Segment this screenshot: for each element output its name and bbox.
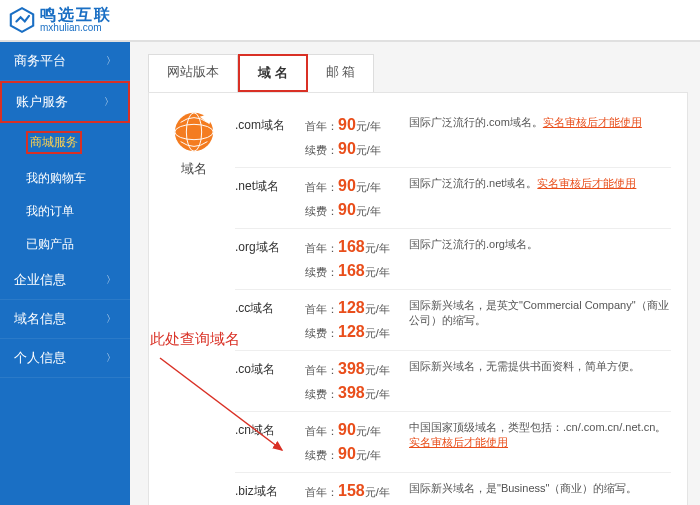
domain-price: 首年：90元/年续费：90元/年 — [305, 418, 401, 466]
sidebar-item[interactable]: 账户服务〉 — [0, 81, 130, 123]
domain-globe-icon: 域名 — [165, 109, 223, 178]
domain-ext: .co域名 — [235, 357, 297, 378]
domain-price: 首年：90元/年续费：90元/年 — [305, 113, 401, 161]
domain-desc: 国际广泛流行的.net域名。实名审核后才能使用 — [409, 174, 671, 191]
domain-row: .biz域名首年：158元/年续费：158元/年国际新兴域名，是"Busines… — [235, 473, 671, 505]
tab[interactable]: 邮 箱 — [308, 54, 375, 92]
domain-ext: .cc域名 — [235, 296, 297, 317]
logo-icon — [8, 6, 36, 34]
main-content: 网站版本域 名邮 箱 域名 .com域名首年：90元/年续费：90元/年国际广泛… — [130, 42, 700, 505]
domain-desc: 国际新兴域名，无需提供书面资料，简单方便。 — [409, 357, 671, 374]
tabs: 网站版本域 名邮 箱 — [148, 54, 688, 92]
sidebar-item[interactable]: 企业信息〉 — [0, 261, 130, 300]
sidebar-subitem[interactable]: 已购产品 — [0, 228, 130, 261]
domain-desc: 国际新兴域名，是英文"Commercial Company"（商业公司）的缩写。 — [409, 296, 671, 329]
domain-ext: .biz域名 — [235, 479, 297, 500]
chevron-right-icon: 〉 — [106, 351, 116, 365]
sidebar-item[interactable]: 商务平台〉 — [0, 42, 130, 81]
domain-ext: .org域名 — [235, 235, 297, 256]
domain-ext: .net域名 — [235, 174, 297, 195]
verify-link[interactable]: 实名审核后才能使用 — [543, 116, 642, 128]
chevron-right-icon: 〉 — [106, 273, 116, 287]
domain-row: .com域名首年：90元/年续费：90元/年国际广泛流行的.com域名。实名审核… — [235, 107, 671, 168]
domain-ext: .cn域名 — [235, 418, 297, 439]
domain-price: 首年：158元/年续费：158元/年 — [305, 479, 401, 505]
sidebar-subitem[interactable]: 我的购物车 — [0, 162, 130, 195]
domain-row: .org域名首年：168元/年续费：168元/年国际广泛流行的.org域名。 — [235, 229, 671, 290]
domain-price: 首年：398元/年续费：398元/年 — [305, 357, 401, 405]
brand-logo[interactable]: 鸣选互联 mxhulian.com — [8, 6, 112, 34]
domain-price: 首年：128元/年续费：128元/年 — [305, 296, 401, 344]
sidebar-subitem[interactable]: 我的订单 — [0, 195, 130, 228]
domain-price: 首年：168元/年续费：168元/年 — [305, 235, 401, 283]
brand-name-cn: 鸣选互联 — [40, 7, 112, 23]
domain-desc: 国际广泛流行的.com域名。实名审核后才能使用 — [409, 113, 671, 130]
domain-desc: 中国国家顶级域名，类型包括：.cn/.com.cn/.net.cn。实名审核后才… — [409, 418, 671, 451]
sidebar-item[interactable]: 个人信息〉 — [0, 339, 130, 378]
domain-desc: 国际新兴域名，是"Business"（商业）的缩写。 — [409, 479, 671, 496]
tab[interactable]: 网站版本 — [148, 54, 238, 92]
domain-desc: 国际广泛流行的.org域名。 — [409, 235, 671, 252]
domain-row: .co域名首年：398元/年续费：398元/年国际新兴域名，无需提供书面资料，简… — [235, 351, 671, 412]
domain-row: .cn域名首年：90元/年续费：90元/年中国国家顶级域名，类型包括：.cn/.… — [235, 412, 671, 473]
tab[interactable]: 域 名 — [238, 54, 308, 92]
sidebar: 商务平台〉账户服务〉商城服务我的购物车我的订单已购产品企业信息〉域名信息〉个人信… — [0, 42, 130, 505]
domain-panel: 域名 .com域名首年：90元/年续费：90元/年国际广泛流行的.com域名。实… — [148, 92, 688, 505]
domain-row: .net域名首年：90元/年续费：90元/年国际广泛流行的.net域名。实名审核… — [235, 168, 671, 229]
sidebar-item[interactable]: 域名信息〉 — [0, 300, 130, 339]
domain-price: 首年：90元/年续费：90元/年 — [305, 174, 401, 222]
header: 鸣选互联 mxhulian.com — [0, 0, 700, 42]
chevron-right-icon: 〉 — [106, 54, 116, 68]
verify-link[interactable]: 实名审核后才能使用 — [537, 177, 636, 189]
domain-row: .cc域名首年：128元/年续费：128元/年国际新兴域名，是英文"Commer… — [235, 290, 671, 351]
chevron-right-icon: 〉 — [104, 95, 114, 109]
sidebar-subitem[interactable]: 商城服务 — [0, 123, 130, 162]
brand-name-en: mxhulian.com — [40, 23, 112, 33]
verify-link[interactable]: 实名审核后才能使用 — [409, 436, 508, 448]
domain-ext: .com域名 — [235, 113, 297, 134]
chevron-right-icon: 〉 — [106, 312, 116, 326]
